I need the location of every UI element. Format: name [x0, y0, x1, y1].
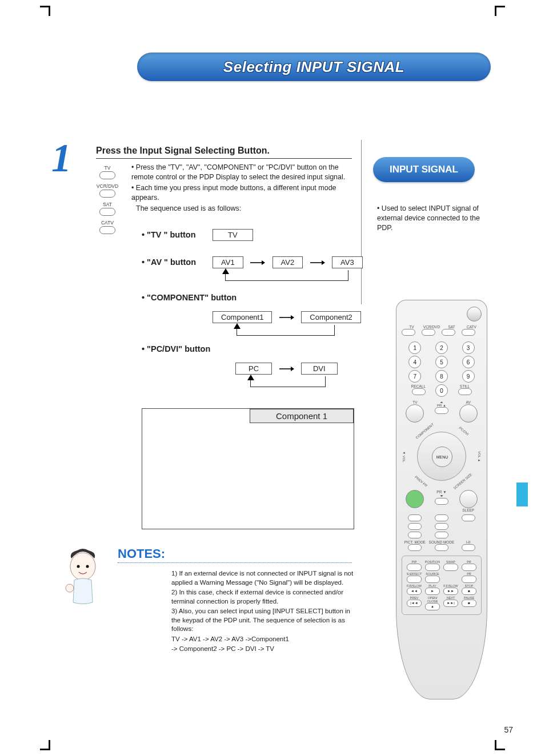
r-label: VOL ►	[478, 451, 481, 462]
digit-button[interactable]: 5	[435, 356, 448, 368]
r-label: F.F/SLOW	[442, 584, 460, 588]
remote-control: TV VCR/DVD SAT CATV 123 456 789 RECALL 0…	[396, 300, 487, 699]
sub-button[interactable]	[462, 576, 476, 583]
r-pill-button[interactable]	[462, 514, 475, 521]
svg-marker-7	[234, 323, 241, 329]
sub-button[interactable]	[407, 576, 422, 583]
still-button[interactable]	[458, 388, 472, 395]
arrow-right-icon	[279, 366, 294, 372]
r-label: PREV	[405, 596, 423, 600]
sub-button[interactable]	[425, 576, 440, 583]
av-button[interactable]	[459, 404, 478, 423]
r-pill-button[interactable]	[435, 514, 448, 521]
sub-button[interactable]: ►►	[443, 588, 458, 595]
grey-button[interactable]	[459, 490, 478, 508]
sub-button[interactable]: ►	[425, 588, 440, 595]
notes-heading: NOTES:	[118, 546, 165, 561]
body-bullet: Press the "TV", "AV", "COMPONENT" or "PC…	[131, 163, 345, 181]
seq-pcdvi-row: PC DVI	[235, 363, 338, 375]
sub-button[interactable]: ■	[462, 600, 476, 607]
note-item: TV -> AV1 -> AV2 -> AV3 ->Component1	[171, 635, 354, 644]
seq-box: AV3	[332, 256, 363, 268]
r-pill-button[interactable]	[408, 532, 422, 538]
menu-button[interactable]: MENU	[432, 447, 452, 467]
sidebar-text: • Used to select INPUT signal of externa…	[377, 204, 480, 233]
digit-button[interactable]: 9	[462, 370, 475, 383]
r-label: SWAP	[442, 560, 460, 564]
r-pill-button[interactable]	[442, 329, 455, 336]
r-label: SOUND MODE	[428, 540, 455, 544]
svg-point-11	[70, 553, 95, 580]
digit-button[interactable]: 8	[435, 370, 448, 383]
r-pill-button[interactable]	[435, 532, 448, 538]
r-pill-button[interactable]	[435, 523, 448, 530]
green-button[interactable]	[406, 490, 424, 508]
r-label: SOURCE	[423, 572, 442, 576]
r-pill-button[interactable]	[408, 523, 422, 530]
digit-button[interactable]: 3	[462, 341, 475, 354]
sub-button[interactable]: ▲	[425, 603, 440, 610]
page-title-bar: Selecting INPUT SIGNAL	[137, 53, 491, 81]
arrow-right-icon	[250, 260, 265, 266]
digit-button[interactable]: 7	[408, 370, 421, 383]
sub-button[interactable]	[425, 564, 440, 571]
r-label: ◄ VOL	[402, 451, 406, 463]
pr-down-button[interactable]	[435, 498, 448, 505]
r-pill-button[interactable]	[462, 329, 475, 336]
step-body: • Press the "TV", "AV", "COMPONENT" or "…	[131, 163, 348, 214]
svg-marker-10	[247, 375, 254, 380]
sub-button[interactable]: ■	[462, 588, 476, 595]
tv-button[interactable]	[406, 404, 424, 423]
i-ii-button[interactable]	[462, 544, 475, 551]
screen-osd-label: Component 1	[250, 409, 354, 423]
seq-comp-row: Component1 Component2	[213, 311, 361, 323]
digit-button[interactable]: 2	[435, 341, 448, 354]
notes-rule	[118, 562, 352, 563]
sub-button[interactable]	[462, 564, 476, 571]
digit-button[interactable]: 4	[408, 356, 421, 368]
svg-marker-6	[291, 315, 294, 320]
remote-mini-buttons: TV VCR/DVD SAT CATV	[90, 165, 125, 238]
loop-line	[225, 270, 348, 281]
r-label: PR	[460, 560, 478, 564]
pict-mode-button[interactable]	[408, 544, 422, 551]
seq-tv-label: • "TV " button	[142, 230, 196, 239]
power-button[interactable]	[467, 307, 482, 321]
mini-btn	[99, 190, 115, 198]
seq-box: Component2	[301, 311, 360, 323]
sub-button[interactable]: ►►|	[443, 600, 458, 607]
r-pill-button[interactable]	[408, 514, 422, 521]
page-tab-mark	[516, 482, 528, 506]
r-label: CATV	[462, 325, 482, 329]
r-label: OPEN/ CLOSE	[423, 596, 442, 603]
arrow-up-icon	[247, 375, 254, 380]
step-heading: Press the Input Signal Selecting Button.	[96, 146, 270, 156]
seq-comp-label: • "COMPONENT" button	[142, 293, 237, 302]
page-number: 57	[504, 725, 513, 734]
sound-mode-button[interactable]	[435, 544, 448, 551]
r-label: TV	[402, 400, 428, 404]
pr-up-button[interactable]	[435, 407, 448, 414]
sidebar-pill-label: INPUT SIGNAL	[390, 164, 458, 175]
r-label: STOP	[460, 584, 478, 588]
sub-button[interactable]: |◄◄	[407, 600, 422, 607]
svg-marker-1	[262, 260, 265, 265]
arrow-up-icon	[234, 323, 241, 329]
recall-button[interactable]	[412, 388, 426, 395]
seq-box: Component1	[213, 311, 272, 323]
note-item: 3) Also, you can select input using [INP…	[171, 607, 354, 634]
arrow-up-icon	[222, 268, 229, 274]
digit-button[interactable]: 1	[408, 341, 421, 354]
r-label: SAT	[442, 325, 462, 329]
sub-button[interactable]: ◄◄	[407, 588, 422, 595]
sub-button[interactable]	[407, 564, 422, 571]
r-pill-button[interactable]	[422, 329, 435, 336]
notes-body: 1) If an external device is not connecte…	[171, 569, 354, 655]
sub-button[interactable]	[443, 564, 458, 571]
seq-pcdvi-label: • "PC/DVI" button	[142, 344, 210, 353]
note-item: 1) If an external device is not connecte…	[171, 569, 354, 587]
svg-point-13	[86, 565, 89, 568]
digit-button[interactable]: 6	[462, 356, 475, 368]
digit-button[interactable]: 0	[435, 384, 448, 397]
r-pill-button[interactable]	[402, 329, 415, 336]
